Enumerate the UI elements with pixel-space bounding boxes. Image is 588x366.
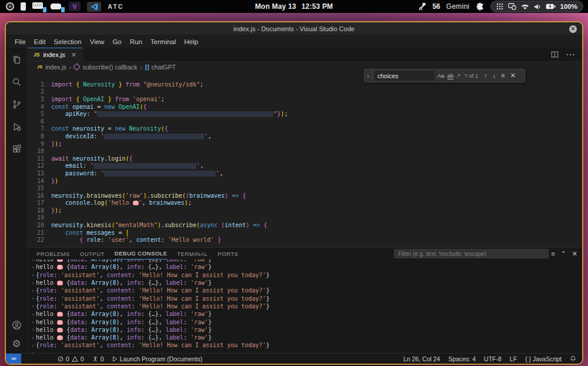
code-line[interactable]: 6: [28, 118, 582, 125]
code-line[interactable]: 16neurosity.brainwaves('raw').subscribe(…: [28, 192, 582, 199]
code-line[interactable]: 5 apiKey: ""});: [28, 110, 582, 118]
system-tray[interactable]: 100%: [490, 1, 583, 12]
expand-icon[interactable]: ›: [30, 319, 36, 325]
panel-tab-output[interactable]: OUTPUT: [80, 248, 105, 259]
storage-tray-item[interactable]: [51, 2, 62, 11]
code-line[interactable]: 8 deviceId: '',: [28, 132, 582, 140]
code-line[interactable]: 13 password: '',: [28, 169, 582, 177]
settings-gear-icon[interactable]: ⚙: [9, 337, 24, 351]
source-control-icon[interactable]: [9, 97, 24, 111]
panel-tab-ports[interactable]: PORTS: [218, 248, 238, 259]
whole-word-toggle[interactable]: ab: [447, 72, 454, 79]
code-line[interactable]: 2: [28, 88, 582, 96]
find-next-icon[interactable]: ↓: [493, 72, 496, 79]
expand-icon[interactable]: ›: [30, 335, 36, 341]
language-mode[interactable]: { } JavaScript: [525, 355, 562, 362]
find-expand-icon[interactable]: ›: [365, 69, 372, 82]
menu-help[interactable]: Help: [180, 38, 202, 45]
code-line[interactable]: 10: [28, 147, 582, 155]
accounts-icon[interactable]: [9, 318, 24, 332]
panel-tab-problems[interactable]: PROBLEMS: [36, 248, 70, 259]
encoding[interactable]: UTF-8: [484, 355, 502, 362]
code-line[interactable]: 4const openai = new OpenAI({: [28, 103, 582, 111]
panel-close-icon[interactable]: ✕: [572, 250, 577, 258]
expand-icon[interactable]: ›: [30, 264, 36, 270]
console-filter-input[interactable]: [394, 249, 549, 258]
expand-icon[interactable]: ›: [30, 272, 36, 278]
tab-close-icon[interactable]: ✕: [71, 51, 76, 59]
panel-tab-terminal[interactable]: TERMINAL: [177, 248, 208, 259]
keyboard-tray-item[interactable]: [32, 2, 44, 11]
menu-run[interactable]: Run: [126, 38, 146, 45]
expand-icon[interactable]: ›: [30, 280, 36, 286]
code-line[interactable]: 22 { role: 'user', content: 'Hello world…: [28, 236, 582, 244]
vscode-app-icon[interactable]: [87, 2, 101, 12]
remote-indicator[interactable]: ><: [6, 354, 21, 364]
code-line[interactable]: 9});: [28, 140, 582, 148]
breadcrumb-symbol[interactable]: chatGPT: [151, 64, 175, 71]
code-line[interactable]: 11await neurosity.login({: [28, 155, 582, 162]
match-case-toggle[interactable]: Aa: [437, 72, 445, 79]
code-line[interactable]: 21 const messages = [: [28, 229, 582, 237]
breadcrumb-file[interactable]: index.js: [45, 64, 66, 71]
ports-status[interactable]: 0: [92, 355, 104, 362]
regex-toggle[interactable]: .*: [456, 72, 460, 79]
menu-view[interactable]: View: [86, 38, 109, 45]
extensions-icon[interactable]: [9, 142, 24, 156]
expand-icon[interactable]: ›: [30, 342, 36, 348]
find-input[interactable]: [375, 71, 435, 81]
expand-icon[interactable]: ›: [30, 295, 36, 301]
run-debug-icon[interactable]: [9, 119, 24, 134]
expand-icon[interactable]: ›: [30, 259, 36, 262]
cursor-position[interactable]: Ln 26, Col 24: [403, 355, 440, 362]
token: const: [51, 125, 72, 132]
expand-icon[interactable]: ›: [30, 327, 36, 332]
window-close-button[interactable]: ✕: [569, 25, 577, 33]
notifications-bell-icon[interactable]: [570, 355, 576, 362]
tab-indexjs[interactable]: JS index.js ✕: [28, 48, 83, 61]
menu-go[interactable]: Go: [108, 38, 125, 45]
code-line[interactable]: 19: [28, 214, 582, 222]
menu-selection[interactable]: Selection: [49, 38, 85, 45]
code-line[interactable]: 12 email: '',: [28, 162, 582, 170]
menu-edit[interactable]: Edit: [30, 38, 50, 45]
breadcrumb-symbol[interactable]: subscribe() callback: [82, 64, 137, 71]
system-menu-icon[interactable]: [6, 2, 14, 11]
expand-icon[interactable]: ›: [30, 288, 36, 294]
panel-maximize-icon[interactable]: ⌃: [561, 250, 566, 258]
menubar-clock[interactable]: Mon May 13 12:53 PM: [255, 2, 333, 11]
find-previous-icon[interactable]: ↑: [484, 72, 487, 79]
code-line[interactable]: 7const neurosity = new Neurosity({: [28, 125, 582, 133]
vpn-app-icon[interactable]: V: [69, 2, 81, 11]
display-icon[interactable]: [21, 2, 26, 11]
code-editor[interactable]: 1import { Neurosity } from "@neurosity/s…: [28, 72, 582, 247]
find-close-icon[interactable]: ✕: [510, 72, 516, 79]
code-line[interactable]: 15: [28, 184, 582, 192]
filter-list-icon[interactable]: ≡: [551, 250, 554, 257]
indentation[interactable]: Spaces: 4: [448, 355, 476, 362]
eol-sequence[interactable]: LF: [510, 355, 517, 362]
token: apiKey: [65, 111, 86, 117]
code-line[interactable]: 18});: [28, 207, 582, 214]
code-line[interactable]: 17 console.log('hello ', brainwaves);: [28, 199, 582, 207]
search-icon[interactable]: [9, 75, 24, 89]
expand-icon[interactable]: ›: [30, 311, 36, 317]
panel-tab-debug-console[interactable]: DEBUG CONSOLE: [115, 248, 167, 259]
debug-console-output[interactable]: ›hello {data: Array(8), info: {…}, label…: [28, 259, 582, 353]
launch-program-button[interactable]: Launch Program (Documents): [112, 355, 203, 362]
window-titlebar[interactable]: index.js - Documents - Visual Studio Cod…: [6, 22, 582, 35]
dino-icon[interactable]: [417, 2, 426, 11]
split-editor-icon[interactable]: [551, 51, 559, 58]
menu-terminal[interactable]: Terminal: [146, 38, 180, 45]
editor-more-actions-icon[interactable]: ⋯: [566, 49, 575, 60]
extensions-puzzle-icon[interactable]: [476, 2, 485, 11]
code-line[interactable]: 3import { OpenAI } from 'openai';: [28, 95, 582, 103]
gemini-label[interactable]: Gemini: [446, 2, 470, 11]
problems-status[interactable]: 0 0: [58, 355, 84, 362]
expand-icon[interactable]: ›: [30, 303, 36, 309]
code-line[interactable]: 14}): [28, 177, 582, 185]
find-in-selection-icon[interactable]: ≡: [501, 72, 505, 79]
code-line[interactable]: 20neurosity.kinesis("mentalMath").subscr…: [28, 221, 582, 229]
menu-file[interactable]: File: [11, 38, 30, 45]
explorer-icon[interactable]: [9, 52, 24, 66]
